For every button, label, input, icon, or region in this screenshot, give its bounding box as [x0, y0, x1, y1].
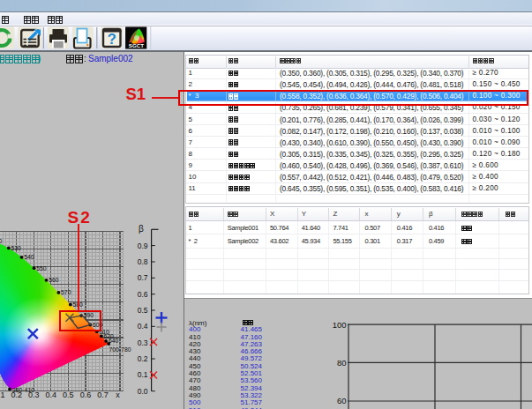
svg-text:60: 60: [337, 396, 347, 405]
svg-text:80: 80: [337, 358, 347, 368]
svg-text:100: 100: [333, 320, 347, 330]
